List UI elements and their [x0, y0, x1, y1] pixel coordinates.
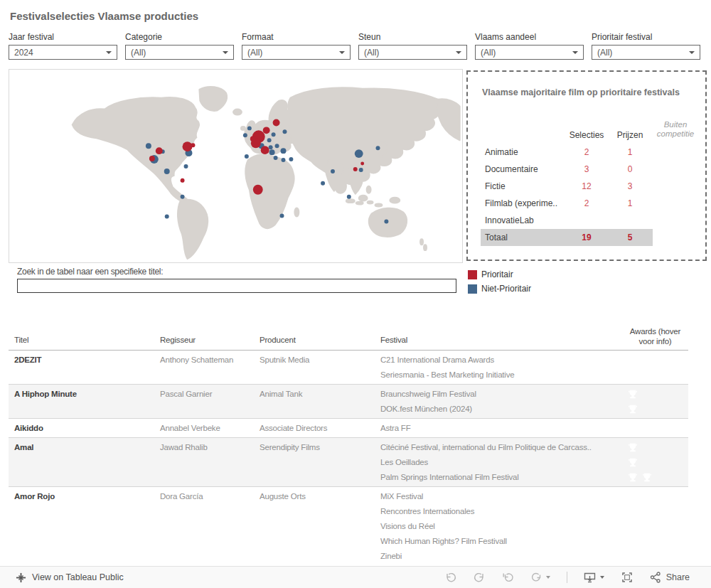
table-row-amal[interactable]: AmalJawad RhalibSerendipity FilmsCitécin…	[9, 438, 688, 487]
download-button[interactable]	[583, 571, 605, 584]
chevron-down-icon	[456, 51, 461, 57]
share-button[interactable]: Share	[649, 571, 690, 584]
award-line	[622, 353, 688, 368]
map-dot-prioritair[interactable]	[263, 127, 270, 134]
map-dot-niet-prioritair[interactable]	[384, 219, 388, 223]
map-dot-prioritair[interactable]	[191, 143, 195, 147]
table-row-amor-rojo[interactable]: Amor RojoDora GarcíaAuguste OrtsMiX Fest…	[9, 487, 688, 564]
map-dot-niet-prioritair[interactable]	[281, 148, 287, 154]
map-dot-prioritair[interactable]	[250, 136, 256, 141]
map-dot-prioritair[interactable]	[181, 178, 185, 183]
view-on-tableau-public-link[interactable]: View on Tableau Public	[0, 572, 124, 583]
map-dot-prioritair[interactable]	[183, 141, 193, 151]
festival-name: Which Human Rights? Film Festivall	[380, 534, 622, 549]
map-dot-prioritair[interactable]	[353, 167, 358, 171]
table-row-aikiddo[interactable]: AikiddoAnnabel VerbekeAssociate Director…	[9, 419, 688, 438]
map-dot-prioritair[interactable]	[273, 119, 280, 126]
map-dot-niet-prioritair[interactable]	[184, 164, 188, 169]
refresh-icon	[530, 571, 542, 584]
legend-item-prioritair[interactable]: Prioritair	[468, 267, 531, 282]
panel-row-label: Filmlab (experime..	[485, 198, 557, 208]
map-dot-niet-prioritair[interactable]	[164, 169, 170, 174]
world-map-svg	[9, 70, 461, 261]
filter-dropdown-steun[interactable]: (All)	[358, 45, 467, 60]
festival-name: MiX Festival	[380, 489, 622, 504]
panel-row-filmlab-experime[interactable]: Filmlab (experime..21	[468, 195, 705, 212]
legend-item-niet-prioritair[interactable]: Niet-Prioritair	[468, 282, 531, 296]
panel-selecties-value: 19	[565, 232, 609, 242]
undo-button[interactable]	[444, 571, 457, 584]
map-dot-niet-prioritair[interactable]	[355, 149, 363, 158]
map-dot-niet-prioritair[interactable]	[245, 154, 249, 159]
search-input[interactable]	[17, 279, 456, 293]
map-dot-niet-prioritair[interactable]	[289, 157, 293, 161]
cell-producent: Sputnik Media	[260, 353, 380, 383]
titles-table: Titel Regisseur Producent Festival Award…	[9, 318, 688, 564]
cell-awards	[622, 440, 688, 485]
filter-value: (All)	[364, 48, 379, 58]
trophy-icon	[642, 473, 652, 482]
world-map[interactable]	[9, 69, 463, 263]
map-dot-niet-prioritair[interactable]	[282, 158, 286, 162]
map-dot-prioritair[interactable]	[156, 147, 163, 154]
panel-row-animatie[interactable]: Animatie21	[468, 144, 705, 161]
filter-label: Jaar festival	[9, 32, 117, 42]
cell-producent: Associate Directors	[260, 421, 380, 436]
tableau-logo-icon	[16, 572, 26, 583]
map-dot-niet-prioritair[interactable]	[280, 213, 284, 218]
map-dot-prioritair[interactable]	[261, 146, 269, 154]
map-dot-niet-prioritair[interactable]	[321, 181, 325, 186]
map-dot-niet-prioritair[interactable]	[247, 126, 252, 130]
map-dot-niet-prioritair[interactable]	[283, 129, 287, 134]
map-dot-niet-prioritair[interactable]	[272, 132, 276, 137]
map-dot-prioritair[interactable]	[149, 156, 155, 161]
map-dot-niet-prioritair[interactable]	[146, 143, 151, 149]
filter-dropdown-formaat[interactable]: (All)	[242, 45, 351, 60]
map-dot-niet-prioritair[interactable]	[331, 169, 335, 173]
panel-row-totaal[interactable]: Totaal195	[481, 229, 653, 246]
chevron-down-icon	[106, 51, 112, 57]
map-dot-niet-prioritair[interactable]	[165, 214, 169, 218]
map-dot-niet-prioritair[interactable]	[243, 133, 247, 137]
map-dot-niet-prioritair[interactable]	[359, 168, 363, 172]
fullscreen-button[interactable]	[621, 571, 634, 584]
map-dot-niet-prioritair[interactable]	[274, 156, 278, 160]
filter-label: Steun	[358, 32, 467, 42]
map-dot-prioritair[interactable]	[360, 162, 364, 166]
undo-icon	[444, 571, 457, 584]
table-row-2dezit[interactable]: 2DEZITAnthony SchattemanSputnik MediaC21…	[9, 351, 688, 385]
chevron-down-icon	[599, 575, 605, 579]
header-regisseur: Regisseur	[160, 336, 260, 350]
map-dot-niet-prioritair[interactable]	[275, 144, 279, 148]
cell-awards	[622, 353, 688, 383]
panel-row-documentaire[interactable]: Documentaire30	[468, 161, 705, 178]
festival-name: Les Oeillades	[380, 455, 622, 470]
festival-name: Rencontres Internationales	[380, 504, 622, 519]
page-title: Festivalselecties Vlaamse producties	[10, 10, 198, 22]
cell-festival: C21 International Drama AwardsSeriesmani…	[380, 353, 622, 383]
filter-dropdown-jaar-festival[interactable]: 2024	[9, 45, 117, 60]
map-dot-niet-prioritair[interactable]	[347, 195, 351, 199]
filter-dropdown-categorie[interactable]: (All)	[125, 45, 234, 60]
map-dot-prioritair[interactable]	[253, 185, 263, 195]
trophy-icon	[628, 405, 638, 414]
refresh-button[interactable]	[530, 571, 551, 584]
filter-dropdown-vlaams-aandeel[interactable]: (All)	[475, 45, 584, 60]
legend: PrioritairNiet-Prioritair	[468, 267, 531, 296]
map-dot-niet-prioritair[interactable]	[269, 149, 275, 155]
redo-button[interactable]	[473, 571, 486, 584]
filter-dropdown-prioritair-festival[interactable]: (All)	[592, 45, 700, 60]
panel-row-fictie[interactable]: Fictie123	[468, 178, 705, 195]
map-dot-niet-prioritair[interactable]	[181, 195, 185, 199]
panel-row-label: Fictie	[485, 181, 506, 191]
award-line	[622, 402, 688, 417]
panel-row-innovatielab[interactable]: InnovatieLab	[468, 212, 705, 229]
map-dot-niet-prioritair[interactable]	[376, 146, 380, 150]
table-row-a-hiphop-minute[interactable]: A Hiphop MinutePascal GarnierAnimal Tank…	[9, 385, 688, 419]
trophy-icon	[628, 390, 638, 399]
map-dot-niet-prioritair[interactable]	[267, 138, 272, 142]
panel-prijzen-value: 0	[609, 164, 651, 174]
map-dot-niet-prioritair[interactable]	[269, 145, 273, 149]
cell-producent: Auguste Orts	[260, 489, 380, 564]
reset-button[interactable]	[501, 571, 514, 584]
